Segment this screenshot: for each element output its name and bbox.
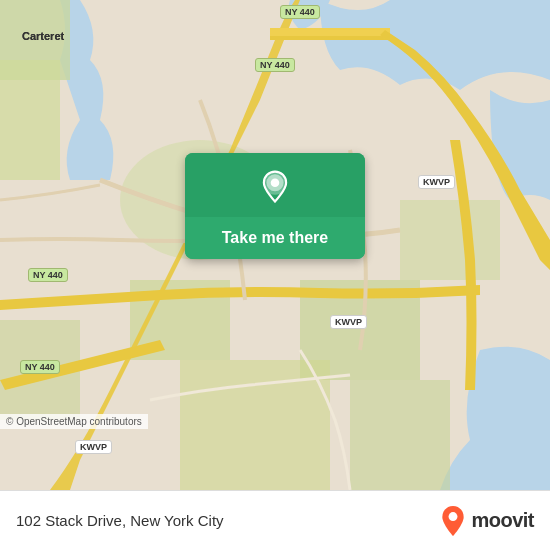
kwvp-mid-label: KWVP <box>330 315 367 329</box>
svg-rect-11 <box>270 28 390 36</box>
map-attribution: © OpenStreetMap contributors <box>0 414 148 429</box>
moovit-brand-text: moovit <box>471 509 534 532</box>
carteret-text: Carteret <box>22 30 64 42</box>
location-text: 102 Stack Drive, New York City <box>16 512 224 529</box>
ny440-bottom-label: NY 440 <box>20 360 60 374</box>
ny440-mid-label: NY 440 <box>255 58 295 72</box>
ny440-left-label: NY 440 <box>28 268 68 282</box>
map-container: Carteret NY 440 NY 440 NY 440 NY 440 KWV… <box>0 0 550 490</box>
svg-rect-2 <box>0 60 60 180</box>
moovit-logo: moovit <box>439 505 534 537</box>
location-pin-icon <box>257 169 293 205</box>
take-me-there-label: Take me there <box>185 217 365 259</box>
svg-point-14 <box>271 178 280 187</box>
ny440-top-label: NY 440 <box>280 5 320 19</box>
svg-rect-8 <box>400 200 500 280</box>
button-icon-area <box>185 153 365 217</box>
kwvp-bottom-label: KWVP <box>75 440 112 454</box>
bottom-bar: 102 Stack Drive, New York City moovit <box>0 490 550 550</box>
svg-point-15 <box>449 512 458 521</box>
svg-rect-9 <box>350 380 450 490</box>
take-me-there-button[interactable]: Take me there <box>185 153 365 259</box>
kwvp-right-label: KWVP <box>418 175 455 189</box>
moovit-pin-icon <box>439 505 467 537</box>
